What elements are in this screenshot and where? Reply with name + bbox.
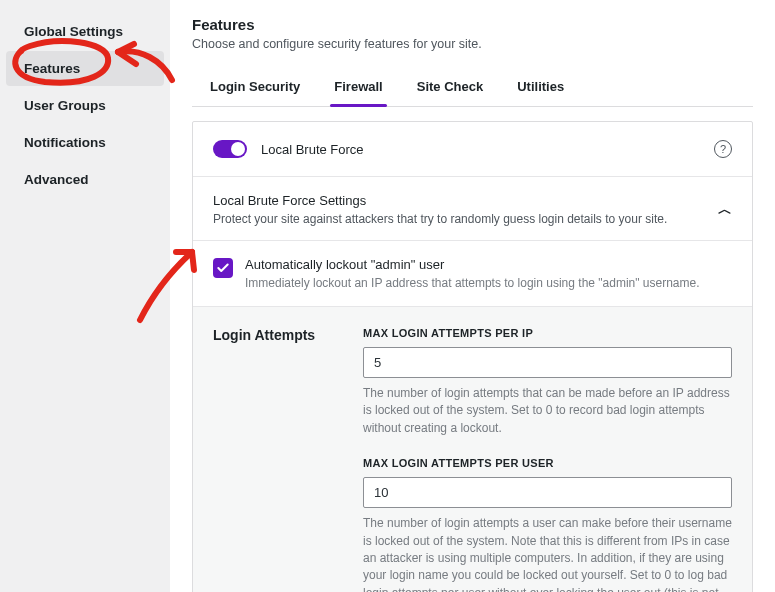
tab-login-security[interactable]: Login Security — [206, 69, 304, 106]
main-content: Features Choose and configure security f… — [170, 0, 775, 592]
tab-firewall[interactable]: Firewall — [330, 69, 386, 106]
sidebar-item-advanced[interactable]: Advanced — [6, 162, 164, 197]
local-brute-force-label: Local Brute Force — [261, 142, 700, 157]
sidebar-item-user-groups[interactable]: User Groups — [6, 88, 164, 123]
auto-lockout-checkbox[interactable] — [213, 258, 233, 278]
sidebar-item-global-settings[interactable]: Global Settings — [6, 14, 164, 49]
settings-section-title: Local Brute Force Settings — [213, 193, 718, 208]
field-max-attempts-per-user: MAX LOGIN ATTEMPTS PER USER The number o… — [363, 457, 732, 592]
feature-toggle-row: Local Brute Force ? — [193, 122, 752, 176]
chevron-up-icon: ︿ — [718, 193, 732, 219]
sidebar-item-features[interactable]: Features — [6, 51, 164, 86]
field-help-per-ip: The number of login attempts that can be… — [363, 385, 732, 437]
auto-lockout-row: Automatically lockout "admin" user Immed… — [193, 240, 752, 306]
field-label-per-ip: MAX LOGIN ATTEMPTS PER IP — [363, 327, 732, 339]
tab-utilities[interactable]: Utilities — [513, 69, 568, 106]
login-attempts-title: Login Attempts — [213, 327, 343, 592]
help-icon[interactable]: ? — [714, 140, 732, 158]
page-title: Features — [192, 16, 753, 33]
page-subtitle: Choose and configure security features f… — [192, 37, 753, 51]
settings-sidebar: Global Settings Features User Groups Not… — [0, 0, 170, 592]
settings-section-header[interactable]: Local Brute Force Settings Protect your … — [193, 176, 752, 240]
field-help-per-user: The number of login attempts a user can … — [363, 515, 732, 592]
field-max-attempts-per-ip: MAX LOGIN ATTEMPTS PER IP The number of … — [363, 327, 732, 437]
login-attempts-section: Login Attempts MAX LOGIN ATTEMPTS PER IP… — [193, 306, 752, 592]
feature-card: Local Brute Force ? Local Brute Force Se… — [192, 121, 753, 592]
auto-lockout-desc: Immediately lockout an IP address that a… — [245, 276, 700, 290]
feature-tabs: Login Security Firewall Site Check Utili… — [192, 69, 753, 107]
field-label-per-user: MAX LOGIN ATTEMPTS PER USER — [363, 457, 732, 469]
tab-site-check[interactable]: Site Check — [413, 69, 487, 106]
settings-section-desc: Protect your site against attackers that… — [213, 212, 718, 226]
max-attempts-per-user-input[interactable] — [363, 477, 732, 508]
local-brute-force-toggle[interactable] — [213, 140, 247, 158]
auto-lockout-label: Automatically lockout "admin" user — [245, 257, 700, 272]
sidebar-item-notifications[interactable]: Notifications — [6, 125, 164, 160]
max-attempts-per-ip-input[interactable] — [363, 347, 732, 378]
